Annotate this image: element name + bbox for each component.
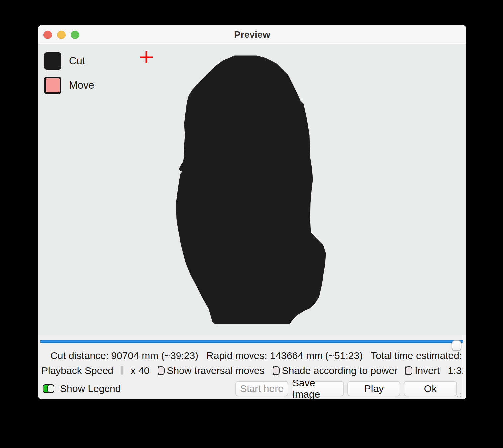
cut-color-swatch	[44, 52, 61, 70]
cut-label: Cut	[69, 55, 85, 67]
cut-preview-graphic	[38, 44, 466, 335]
preview-canvas: Cut Move	[38, 44, 466, 335]
title-bar: Preview	[38, 25, 466, 44]
footer-buttons: Start here Save Image Play Ok	[235, 381, 457, 396]
cut-distance-text: Cut distance: 90704 mm (~39:23)	[50, 350, 198, 361]
total-time-text: Total time estimated: 1:31:00	[371, 350, 466, 361]
playback-controls-row: Playback Speed x 40 Show traversal moves…	[38, 363, 466, 378]
window-title: Preview	[234, 29, 270, 40]
legend-item-move: Move	[44, 77, 94, 94]
playback-position-slider[interactable]	[40, 340, 463, 343]
show-legend-group: Show Legend	[43, 383, 121, 394]
toggle-knob	[47, 384, 54, 393]
invert-toggle[interactable]	[405, 366, 407, 375]
show-legend-toggle[interactable]	[43, 384, 54, 393]
ok-button[interactable]: Ok	[404, 381, 457, 396]
toggle-knob	[405, 366, 412, 375]
status-bar: Cut distance: 90704 mm (~39:23) Rapid mo…	[38, 348, 466, 363]
toggle-knob	[158, 366, 165, 375]
shade-according-to-power-label: Shade according to power	[282, 365, 398, 376]
show-legend-label: Show Legend	[60, 383, 121, 394]
show-traversal-moves-label: Show traversal moves	[167, 365, 265, 376]
play-button[interactable]: Play	[347, 381, 400, 396]
start-here-button[interactable]: Start here	[235, 381, 288, 396]
shade-according-to-power-toggle[interactable]	[273, 366, 274, 375]
invert-label: Invert	[415, 365, 440, 376]
cut-silhouette-shape	[177, 56, 325, 323]
preview-window: Preview Cut Move Cut distance: 90704 mm …	[38, 25, 466, 399]
vertical-scrollbar-track[interactable]	[463, 335, 466, 399]
slider-handle[interactable]	[452, 340, 461, 351]
rapid-moves-text: Rapid moves: 143664 mm (~51:23)	[206, 350, 363, 361]
legend-item-cut: Cut	[44, 52, 85, 70]
zoom-window-button[interactable]	[71, 31, 79, 39]
start-position-crosshair-icon	[140, 51, 153, 63]
playback-position-slider-row	[38, 335, 466, 348]
playback-speed-value: x 40	[131, 365, 150, 376]
move-color-swatch	[44, 77, 61, 94]
show-traversal-moves-toggle[interactable]	[158, 366, 159, 375]
move-label: Move	[69, 79, 94, 91]
minimize-window-button[interactable]	[57, 31, 66, 39]
footer-bar: Show Legend Start here Save Image Play O…	[38, 378, 466, 399]
close-window-button[interactable]	[43, 31, 52, 39]
toggle-knob	[273, 366, 280, 375]
traffic-lights	[43, 31, 79, 39]
save-image-button[interactable]: Save Image	[292, 381, 344, 396]
playback-speed-label: Playback Speed	[41, 365, 113, 376]
playback-speed-checkbox[interactable]	[121, 366, 123, 375]
